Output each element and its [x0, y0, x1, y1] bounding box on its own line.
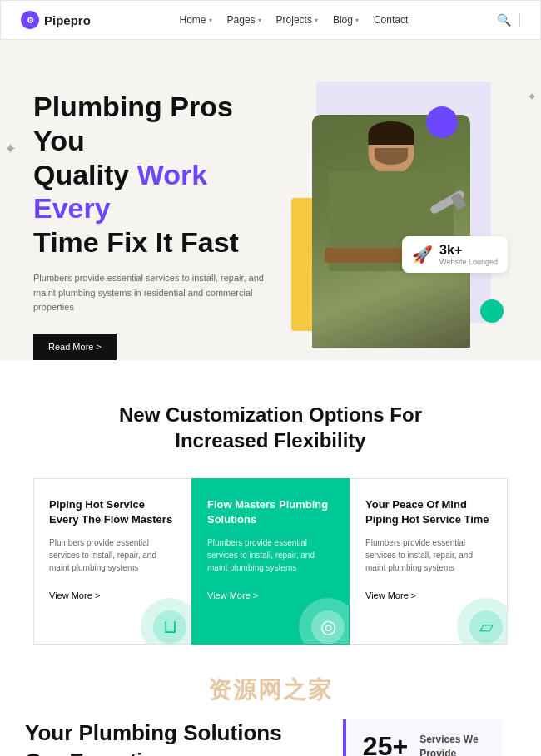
card-1-icon-bg: ⊔: [141, 598, 191, 645]
card-2: Flow Masters Plumbing Solutions Plumbers…: [191, 478, 350, 645]
pages-arrow: ▾: [258, 17, 261, 24]
rocket-icon: 🚀: [412, 245, 433, 264]
logo[interactable]: ⚙ Pipepro: [21, 11, 91, 29]
star-left-icon: ✦: [4, 140, 17, 158]
hero-badge: 🚀 3k+ Website Lounged: [402, 236, 508, 273]
nav-projects[interactable]: Projects ▾: [276, 14, 318, 26]
logo-text: Pipepro: [44, 13, 91, 27]
card-1: Piping Hot Service Every The Flow Master…: [33, 478, 191, 645]
search-icon[interactable]: 🔍: [497, 13, 511, 27]
card-3-link[interactable]: View More >: [365, 590, 416, 600]
card-1-title: Piping Hot Service Every The Flow Master…: [49, 497, 176, 527]
expertise-number: 25+: [363, 731, 408, 756]
read-more-button[interactable]: Read More >: [33, 334, 117, 360]
navbar: ⚙ Pipepro Home ▾ Pages ▾ Projects ▾ Blog…: [0, 0, 541, 40]
card-2-desc: Plumbers provide essential services to i…: [207, 536, 334, 574]
logo-icon: ⚙: [21, 11, 39, 29]
blog-arrow: ▾: [355, 17, 359, 24]
plumber-silhouette: [312, 115, 470, 348]
nav-blog[interactable]: Blog ▾: [333, 14, 359, 26]
section2-title-area: New Customization Options For Increased …: [0, 360, 541, 478]
hero-title: Plumbing Pros You Quality Work Every Tim…: [33, 90, 291, 259]
hero-description: Plumbers provide essential services to i…: [33, 271, 266, 315]
card-2-link[interactable]: View More >: [207, 590, 258, 600]
card-3: Your Peace Of Mind Piping Hot Service Ti…: [350, 478, 508, 645]
expertise-label: Services We Provide: [419, 733, 486, 756]
card-2-icon-bg: ◎: [299, 598, 350, 645]
section2-title: New Customization Options For Increased …: [33, 402, 508, 453]
nav-contact[interactable]: Contact: [374, 14, 408, 26]
badge-label: Website Lounged: [439, 258, 498, 266]
star-right-icon: ✦: [527, 90, 537, 103]
hero-section: ✦ ✦ Plumbing Pros You Quality Work Every…: [0, 40, 541, 360]
expertise-right: 25+ Services We Provide: [330, 719, 516, 756]
nav-home[interactable]: Home ▾: [180, 14, 212, 26]
card-1-desc: Plumbers provide essential services to i…: [49, 536, 176, 574]
expertise-section: Your Plumbing Solutions Our Expertise Pl…: [0, 686, 541, 756]
card-3-icon-bg: ▱: [457, 598, 508, 645]
badge-info: 3k+ Website Lounged: [439, 243, 498, 266]
cards-row: Piping Hot Service Every The Flow Master…: [0, 478, 541, 686]
nav-right: 🔍: [497, 13, 520, 27]
card-3-title: Your Peace Of Mind Piping Hot Service Ti…: [365, 497, 492, 527]
hero-circle-purple: [426, 106, 458, 138]
card-1-icon: ⊔: [153, 610, 186, 644]
card-3-icon: ▱: [469, 610, 503, 644]
card-2-icon: ◎: [311, 610, 345, 644]
expertise-left: Your Plumbing Solutions Our Expertise Pl…: [25, 719, 305, 756]
home-arrow: ▾: [209, 17, 212, 24]
nav-links: Home ▾ Pages ▾ Projects ▾ Blog ▾ Contact: [180, 14, 409, 26]
expertise-badge: 25+ Services We Provide: [343, 719, 503, 756]
hero-image-area: 🚀 3k+ Website Lounged: [291, 82, 508, 348]
hero-content: Plumbing Pros You Quality Work Every Tim…: [33, 82, 291, 360]
expertise-title: Your Plumbing Solutions Our Expertise: [25, 719, 305, 756]
card-3-desc: Plumbers provide essential services to i…: [365, 536, 492, 574]
badge-number: 3k+: [439, 243, 498, 258]
hero-plumber-image: [308, 106, 474, 348]
projects-arrow: ▾: [315, 17, 318, 24]
nav-pages[interactable]: Pages ▾: [227, 14, 261, 26]
card-2-title: Flow Masters Plumbing Solutions: [207, 497, 334, 527]
hero-title-normal: Quality: [33, 159, 137, 190]
hero-circle-green: [480, 299, 504, 323]
nav-divider: [519, 13, 520, 27]
card-1-link[interactable]: View More >: [49, 590, 100, 600]
